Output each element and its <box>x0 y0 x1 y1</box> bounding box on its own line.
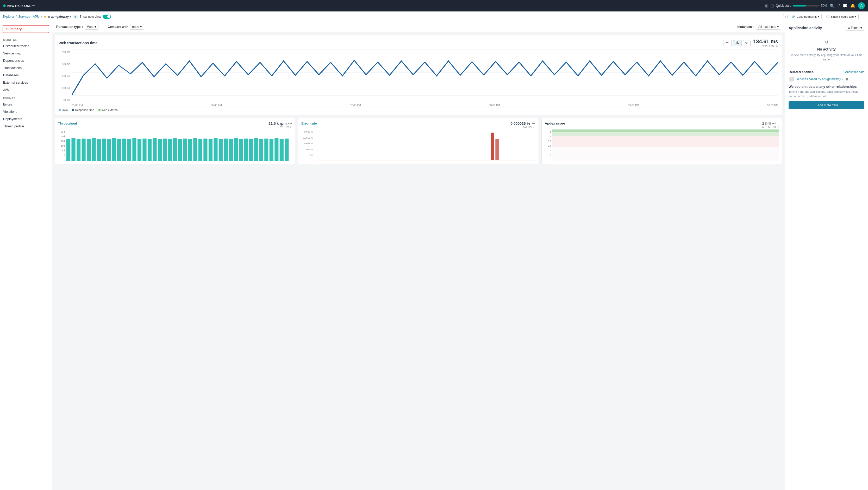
brand-logo: New Relic ONE™ <box>3 4 35 8</box>
apdex-sublabel: APP SERVER <box>762 126 779 128</box>
breadcrumb-sep-2: / <box>41 15 42 19</box>
chart-line-btn[interactable] <box>723 40 732 47</box>
tag-badge[interactable]: 6 <box>73 15 78 19</box>
svg-rect-49 <box>270 139 274 161</box>
svg-rect-23 <box>137 139 142 161</box>
svg-rect-50 <box>275 138 278 161</box>
sidebar-item-distributed-tracing[interactable]: Distributed tracing <box>0 42 52 50</box>
filters-icon: ≡ <box>848 26 850 30</box>
quick-start-pct: 50% <box>821 4 827 7</box>
sidebar-item-external-services[interactable]: External services <box>0 79 52 86</box>
sidebar-item-service-map[interactable]: Service map <box>0 50 52 57</box>
legend-web-external: Web external <box>98 109 119 112</box>
apdex-chart: Apdex score 1 [0.5] ••• APP SERVER <box>541 118 782 164</box>
summary-button[interactable]: Summary <box>3 25 49 33</box>
instances-dropdown[interactable]: All Instances ▾ <box>756 24 781 30</box>
svg-rect-12 <box>82 139 86 161</box>
time-range-caret: ▾ <box>855 15 856 18</box>
user-avatar[interactable]: A <box>858 2 865 9</box>
quick-start-label: Quick start <box>776 4 790 7</box>
compare-with-dropdown[interactable]: none ▾ <box>130 24 144 30</box>
brand-dot <box>3 4 6 7</box>
add-more-data-button[interactable]: + Add more data <box>788 101 864 109</box>
main-chart-container: 250 ms 200 ms 150 ms 100 ms 50 ms <box>59 50 778 107</box>
error-rate-header: Error rate 0.000026 % ••• AVERAGE <box>301 121 535 128</box>
copy-permalink-button[interactable]: 🔗 Copy permalink ▾ <box>789 14 822 19</box>
search-icon[interactable]: 🔍 <box>830 3 835 8</box>
help-icon[interactable]: ? <box>838 3 840 8</box>
error-rate-more-btn[interactable]: ••• <box>531 121 535 126</box>
svg-rect-17 <box>107 139 111 161</box>
svg-rect-45 <box>249 139 253 161</box>
breadcrumb-services-apm[interactable]: Services - APM <box>18 15 39 19</box>
instances-group: Instances ℹ All Instances ▾ <box>738 24 781 30</box>
main-chart-controls: % <box>723 40 751 47</box>
about-this-data-link[interactable]: ℹ About this data <box>843 70 864 74</box>
chart-bar-btn[interactable] <box>733 40 741 47</box>
time-range-clock-icon: 🕐 <box>826 15 830 18</box>
svg-rect-0 <box>736 42 737 44</box>
sidebar-item-transactions[interactable]: Transactions <box>0 64 52 72</box>
throughput-more-btn[interactable]: ••• <box>288 121 292 126</box>
apdex-title: Apdex score <box>545 121 565 125</box>
transaction-type-dropdown[interactable]: Web ▾ <box>85 24 98 30</box>
sidebar-item-violations[interactable]: Violations <box>0 108 52 115</box>
svg-rect-13 <box>87 139 91 161</box>
svg-rect-30 <box>173 138 177 161</box>
entity-item: ⬜ Services called by api-gateway(1) <box>788 76 864 82</box>
grid-icon[interactable]: ⊞ <box>765 3 768 8</box>
sidebar-item-databases[interactable]: Databases <box>0 72 52 79</box>
svg-rect-40 <box>224 139 227 161</box>
svg-rect-54 <box>491 132 495 160</box>
nav-back-arrow[interactable]: ‹ <box>783 14 788 19</box>
no-relationships-section: We couldn't detect any other relationshi… <box>788 85 864 109</box>
instances-info[interactable]: ℹ <box>753 25 754 29</box>
apdex-more-btn[interactable]: ••• <box>772 121 776 126</box>
svg-rect-47 <box>259 139 263 161</box>
sidebar-item-deployments[interactable]: Deployments <box>0 115 52 123</box>
svg-rect-34 <box>193 138 197 161</box>
error-rate-value: 0.000026 % <box>510 121 530 126</box>
sidebar: Summary Monitor Distributed tracing Serv… <box>0 22 52 490</box>
service-dropdown-caret[interactable]: ▾ <box>70 15 71 18</box>
sidebar-item-jvms[interactable]: JVMs <box>0 86 52 94</box>
transaction-type-info[interactable]: ℹ <box>82 25 83 29</box>
main-chart-section: Web transactions time % 134. <box>55 35 782 115</box>
service-dot <box>48 16 50 18</box>
svg-rect-42 <box>234 138 238 161</box>
no-activity-desc: To see more activity, try adjusting your… <box>788 53 864 61</box>
notifications-icon[interactable]: 🔔 <box>850 3 856 8</box>
nav-forward-arrow[interactable]: › <box>861 14 865 19</box>
throughput-mini-chart: 25 k 20 k 15 k 10 k 5 k 0 <box>58 129 292 161</box>
sidebar-item-thread-profiler[interactable]: Thread profiler <box>0 123 52 130</box>
svg-rect-43 <box>239 139 243 161</box>
filters-button[interactable]: ≡ Filters ▾ <box>846 25 864 31</box>
error-rate-svg <box>314 129 535 161</box>
related-entities-title: Related entities <box>788 70 813 74</box>
feedback-icon[interactable]: 💬 <box>842 3 848 8</box>
svg-rect-19 <box>117 139 121 161</box>
refresh-icon[interactable]: ↺ <box>788 39 864 45</box>
breadcrumb-explorer[interactable]: Explorer <box>3 15 14 19</box>
sidebar-item-errors[interactable]: Errors <box>0 101 52 108</box>
sidebar-item-dependencies[interactable]: Dependencies <box>0 57 52 64</box>
related-entities-header: Related entities ℹ About this data <box>788 70 864 74</box>
time-range-button[interactable]: 🕐 Since 6 hours ago ▾ <box>824 14 859 19</box>
throughput-value: 21.5 k rpm <box>269 121 286 126</box>
entity-label[interactable]: Services called by api-gateway(1) <box>796 78 842 81</box>
filters-caret: ▾ <box>861 26 862 30</box>
compare-with-group: Compare with none ▾ <box>107 24 144 30</box>
star-icon[interactable]: ★ <box>43 14 46 19</box>
show-new-view-toggle[interactable] <box>103 14 111 19</box>
svg-marker-57 <box>552 132 779 136</box>
top-nav: New Relic ONE™ ⊞ ⊡ Quick start 50% 🔍 ? 💬… <box>0 0 868 11</box>
events-section-label: Events <box>0 94 52 101</box>
filters-label: Filters <box>851 26 859 30</box>
chart-pct-btn[interactable]: % <box>743 40 751 46</box>
legend-response-time: Response time <box>72 109 94 112</box>
service-name[interactable]: api-gateway <box>51 15 69 19</box>
svg-rect-9 <box>66 139 70 161</box>
main-chart-title: Web transactions time <box>59 41 97 45</box>
apps-icon[interactable]: ⊡ <box>770 3 774 8</box>
main-layout: Summary Monitor Distributed tracing Serv… <box>0 22 868 490</box>
